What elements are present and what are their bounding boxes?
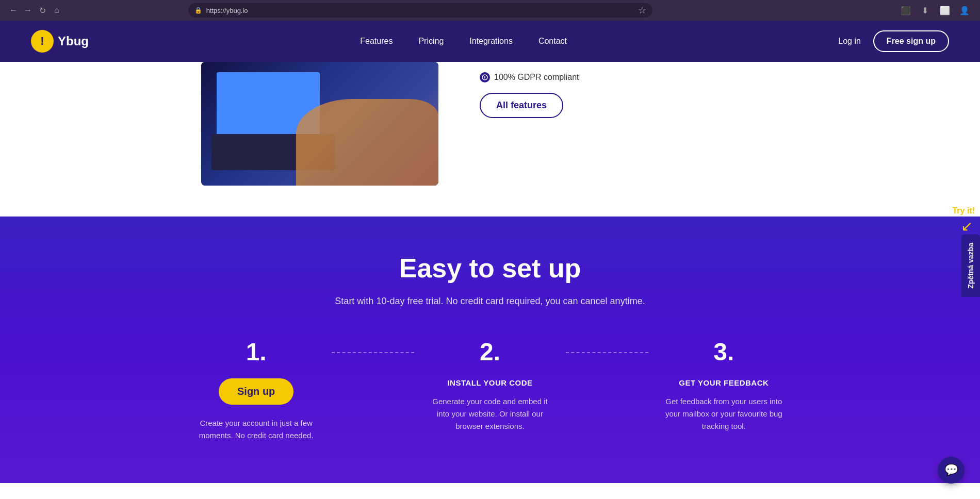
- bookmark-button[interactable]: ☆: [638, 5, 646, 16]
- setup-section: Easy to set up Start with 10-day free tr…: [0, 217, 980, 483]
- step-connector-2: [566, 338, 648, 353]
- hero-image: [201, 62, 438, 186]
- step-1-number: 1.: [246, 338, 267, 366]
- login-link[interactable]: Log in: [838, 37, 861, 46]
- nav-pricing[interactable]: Pricing: [418, 37, 444, 45]
- nav-right: Log in Free sign up: [838, 30, 949, 52]
- try-it-tab[interactable]: Zpětná vazba: [961, 235, 980, 297]
- dotted-line-2: [566, 352, 648, 353]
- step-1-signup-button[interactable]: Sign up: [219, 378, 293, 405]
- hero-section: 100% GDPR compliant All features: [0, 62, 980, 217]
- step-2: 2. INSTALL YOUR CODE Generate your code …: [414, 338, 565, 433]
- dotted-line-1: [332, 352, 414, 353]
- svg-point-1: [485, 78, 485, 79]
- nav-features[interactable]: Features: [360, 37, 393, 45]
- hero-inner: 100% GDPR compliant All features: [181, 62, 799, 186]
- back-button[interactable]: ←: [8, 5, 19, 15]
- tabs-button[interactable]: ⬜: [938, 3, 952, 18]
- chat-button[interactable]: 💬: [938, 457, 965, 484]
- profile-button[interactable]: 👤: [957, 3, 972, 18]
- gdpr-icon: [480, 72, 490, 82]
- extensions-button[interactable]: ⬛: [899, 3, 913, 18]
- nav-contact[interactable]: Contact: [538, 37, 567, 45]
- nav-links: Features Pricing Integrations Contact: [360, 37, 567, 46]
- setup-subtitle: Start with 10-day free trial. No credit …: [31, 296, 949, 307]
- free-signup-button[interactable]: Free sign up: [873, 30, 949, 52]
- step-1: 1. Sign up Create your account in just a…: [181, 338, 332, 442]
- logo-text: Ybug: [58, 34, 89, 48]
- step-2-number: 2.: [480, 338, 500, 366]
- browser-nav-buttons: ← → ↻ ⌂: [8, 5, 62, 15]
- browser-chrome: ← → ↻ ⌂ 🔒 https://ybug.io ☆ ⬛ ⬇ ⬜ 👤: [0, 0, 980, 21]
- try-it-label: Try it!: [952, 206, 975, 215]
- steps-container: 1. Sign up Create your account in just a…: [181, 338, 799, 442]
- navbar: ! Ybug Features Pricing Integrations Con…: [0, 21, 980, 62]
- logo-link[interactable]: ! Ybug: [31, 30, 89, 53]
- forward-button[interactable]: →: [23, 5, 33, 15]
- setup-title: Easy to set up: [31, 253, 949, 284]
- logo-icon: !: [31, 30, 54, 53]
- browser-actions: ⬛ ⬇ ⬜ 👤: [899, 3, 972, 18]
- nav-integrations[interactable]: Integrations: [469, 37, 513, 45]
- gdpr-text: 100% GDPR compliant: [494, 73, 579, 82]
- reload-button[interactable]: ↻: [37, 5, 47, 15]
- step-1-description: Create your account in just a few moment…: [196, 417, 316, 442]
- step-3-number: 3.: [713, 338, 734, 366]
- step-3-label: GET YOUR FEEDBACK: [679, 378, 769, 387]
- step-2-description: Generate your code and embed it into you…: [430, 395, 550, 433]
- try-it-arrow-icon: ↙: [961, 218, 973, 235]
- laptop-hand: [296, 99, 438, 186]
- step-3-description: Get feedback from your users into your m…: [664, 395, 784, 433]
- hero-image-area: [201, 62, 438, 186]
- download-button[interactable]: ⬇: [918, 3, 933, 18]
- hero-content-area: 100% GDPR compliant All features: [480, 62, 779, 118]
- url-text: https://ybug.io: [206, 7, 248, 14]
- laptop-visual: [201, 62, 438, 186]
- security-icon: 🔒: [194, 7, 202, 14]
- try-it-sidebar: Try it! ↙ Zpětná vazba: [952, 206, 980, 297]
- step-connector-1: [332, 338, 414, 353]
- gdpr-badge: 100% GDPR compliant: [480, 72, 779, 82]
- all-features-button[interactable]: All features: [480, 93, 563, 118]
- home-button[interactable]: ⌂: [52, 5, 62, 15]
- step-3: 3. GET YOUR FEEDBACK Get feedback from y…: [648, 338, 799, 433]
- step-2-label: INSTALL YOUR CODE: [447, 378, 532, 387]
- chat-icon: 💬: [944, 463, 958, 477]
- address-bar[interactable]: 🔒 https://ybug.io ☆: [188, 3, 652, 18]
